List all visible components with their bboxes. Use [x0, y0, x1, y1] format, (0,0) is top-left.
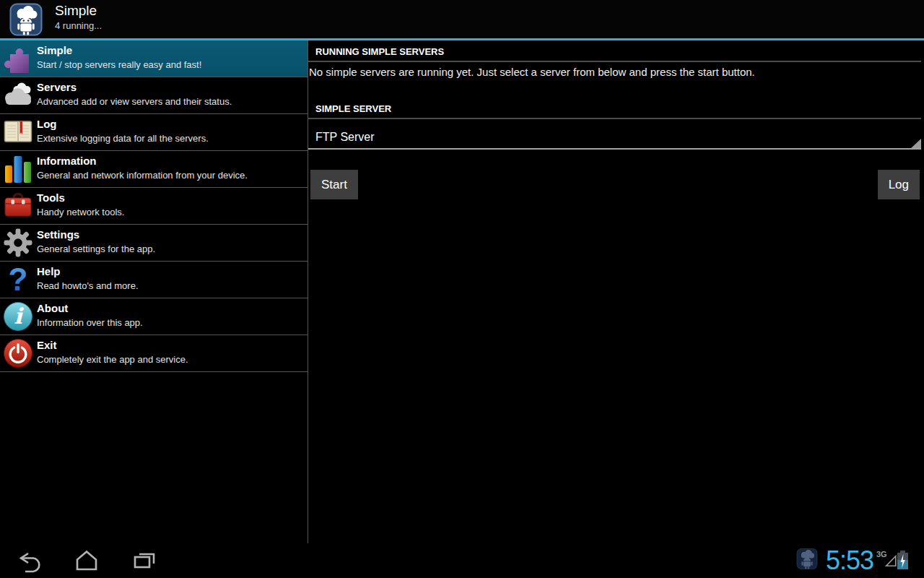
running-servers-header: RUNNING SIMPLE SERVERS — [308, 40, 921, 62]
sidebar-menu: Simple Start / stop servers really easy … — [0, 40, 308, 543]
server-select-value: FTP Server — [315, 131, 375, 143]
dropdown-caret-icon — [911, 139, 921, 148]
start-button[interactable]: Start — [310, 170, 358, 199]
app-subtitle: 4 running... — [55, 20, 102, 31]
gear-icon — [3, 228, 33, 258]
svg-text:?: ? — [9, 264, 28, 295]
sidebar-item-tools[interactable]: Tools Handy network tools. — [0, 188, 308, 225]
no-servers-message: No simple servers are running yet. Just … — [309, 66, 921, 78]
button-row: Start Log — [308, 170, 924, 199]
cloud-android-icon — [9, 3, 43, 36]
sidebar-item-label: Help — [37, 264, 305, 279]
sidebar-item-description: Start / stop servers really easy and fas… — [37, 58, 305, 72]
lightning-bolt-icon — [897, 553, 908, 569]
system-nav-bar: 5:53 3G — [0, 543, 924, 578]
sidebar-item-description: General and network information from you… — [37, 168, 305, 183]
home-button[interactable] — [74, 548, 100, 574]
sidebar-item-description: Completely exit the app and service. — [37, 353, 305, 367]
sidebar-item-label: Simple — [37, 43, 305, 58]
battery-charging-icon — [897, 551, 908, 569]
app-title: Simple — [55, 3, 97, 19]
sidebar-item-description: Extensive logging data for all the serve… — [37, 131, 305, 146]
cloud-android-dim-icon[interactable] — [796, 547, 818, 571]
sidebar-item-description: General settings for the app. — [37, 242, 305, 256]
back-button[interactable] — [16, 548, 42, 574]
sidebar-item-settings[interactable]: Settings General settings for the app. — [0, 225, 308, 262]
toolbox-icon — [3, 191, 33, 221]
sidebar-item-label: Servers — [37, 79, 305, 95]
sidebar-item-servers[interactable]: Servers Advanced add or view servers and… — [0, 77, 308, 114]
puzzle-icon — [3, 43, 33, 74]
sidebar-item-information[interactable]: Information General and network informat… — [0, 151, 308, 188]
sidebar-item-label: About — [37, 301, 305, 316]
tablet-screen: Simple 4 running... Simple Start / stop … — [0, 0, 924, 578]
sidebar-item-about[interactable]: i About Information over this app. — [0, 298, 308, 335]
power-icon — [3, 338, 33, 368]
sidebar-item-label: Log — [37, 116, 305, 131]
sidebar-item-exit[interactable]: Exit Completely exit the app and service… — [0, 335, 308, 372]
sidebar-item-label: Information — [37, 153, 305, 168]
content-panel: RUNNING SIMPLE SERVERS No simple servers… — [308, 40, 924, 543]
server-select[interactable]: FTP Server — [308, 126, 921, 150]
recents-button[interactable] — [131, 548, 157, 574]
sidebar-item-label: Settings — [37, 227, 305, 242]
bar-chart-icon — [3, 154, 33, 184]
sidebar-item-description: Handy network tools. — [37, 205, 305, 220]
signal-strength-icon — [884, 553, 897, 568]
log-button[interactable]: Log — [878, 170, 920, 199]
question-icon: ? — [3, 264, 33, 295]
sidebar-item-description: Read howto's and more. — [37, 279, 305, 293]
notebook-icon — [3, 117, 33, 147]
info-icon: i — [3, 301, 33, 332]
clouds-icon — [3, 80, 33, 111]
sidebar-item-description: Advanced add or view servers and their s… — [37, 95, 305, 109]
sidebar-item-help[interactable]: ? Help Read howto's and more. — [0, 262, 308, 298]
battery-body — [897, 553, 908, 569]
sidebar-item-log[interactable]: Log Extensive logging data for all the s… — [0, 114, 308, 151]
status-clock: 5:53 — [826, 545, 872, 576]
action-bar: Simple 4 running... — [0, 0, 924, 38]
sidebar-item-label: Exit — [37, 337, 305, 353]
sidebar-item-description: Information over this app. — [37, 316, 305, 330]
sidebar-item-simple[interactable]: Simple Start / stop servers really easy … — [0, 40, 308, 77]
sidebar-item-label: Tools — [37, 190, 305, 205]
simple-server-header: SIMPLE SERVER — [308, 98, 921, 119]
